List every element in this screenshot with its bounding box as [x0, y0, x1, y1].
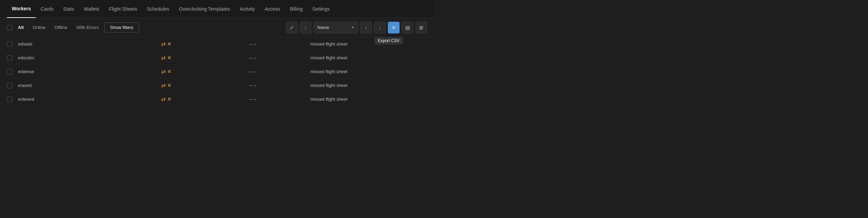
grid-view-button[interactable] — [415, 22, 427, 33]
worker-name: erased — [15, 79, 158, 92]
table-row[interactable]: edsxdsx ⇄ ✕ -- -- missed flight sheet — [0, 51, 434, 65]
sort-icon — [304, 25, 307, 30]
row-checkbox-cell — [0, 51, 15, 65]
nav-item-workers[interactable]: Workers — [7, 0, 36, 18]
gpu-icon: ⇄ — [161, 54, 166, 61]
gpu-icon: ⇄ — [161, 96, 166, 102]
gpu-icon: ⇄ — [161, 41, 166, 47]
worker-status: missed flight sheet — [308, 37, 434, 51]
toolbar-right: Name ▼ Export CSV — [286, 22, 427, 33]
table-row[interactable]: erdewrd ⇄ ✕ -- -- missed flight sheet — [0, 92, 434, 106]
row-checkbox[interactable] — [7, 97, 12, 102]
worker-icons-cell: ⇄ ✕ — [158, 51, 246, 65]
upload-button[interactable] — [360, 22, 372, 33]
worker-name: edseds — [15, 37, 158, 51]
worker-stats: -- -- — [246, 51, 308, 65]
tools-icon: ✕ — [167, 54, 172, 61]
tools-icon: ✕ — [167, 96, 172, 102]
worker-name: edsxdsx — [15, 51, 158, 65]
worker-icons-cell: ⇄ ✕ — [158, 65, 246, 79]
tools-icon: ✕ — [167, 68, 172, 75]
gpu-icon: ⇄ — [161, 82, 166, 89]
nav-item-access[interactable]: Access — [260, 0, 285, 18]
worker-stats: -- -- — [246, 92, 308, 106]
nav-item-billing[interactable]: Billing — [285, 0, 307, 18]
main-nav: Workers Cards Stats Wallets Flight Sheet… — [0, 0, 434, 18]
worker-name: erdewrd — [15, 92, 158, 106]
filter-tab-online[interactable]: Online — [29, 23, 49, 31]
toolbar-left: All Online Offline With Errors Show filt… — [7, 22, 283, 32]
worker-status: missed flight sheet — [308, 51, 434, 65]
nav-item-stats[interactable]: Stats — [58, 0, 79, 18]
tools-icon: ✕ — [167, 82, 172, 89]
sort-order-button[interactable] — [300, 22, 311, 33]
worker-status: missed flight sheet — [308, 79, 434, 92]
table-row[interactable]: edwesw ⇄ ✕ -- -- missed flight sheet — [0, 65, 434, 79]
nav-item-flight-sheets[interactable]: Flight Sheets — [104, 0, 142, 18]
nav-item-cards[interactable]: Cards — [36, 0, 58, 18]
list-icon — [405, 25, 410, 30]
table-row[interactable]: erased ⇄ ✕ -- -- missed flight sheet — [0, 79, 434, 92]
filter-tab-offline[interactable]: Offline — [51, 23, 71, 31]
nav-item-wallets[interactable]: Wallets — [79, 0, 104, 18]
list-detail-view-button[interactable] — [388, 22, 400, 33]
worker-icons-cell: ⇄ ✕ — [158, 37, 246, 51]
list-detail-icon — [392, 24, 395, 31]
filter-tab-with-errors[interactable]: With Errors — [73, 23, 102, 31]
row-checkbox-cell — [0, 79, 15, 92]
row-checkbox-cell — [0, 37, 15, 51]
worker-icons-cell: ⇄ ✕ — [158, 79, 246, 92]
upload-icon — [365, 25, 368, 30]
download-icon — [379, 25, 381, 30]
nav-item-activity[interactable]: Activity — [235, 0, 260, 18]
worker-icons-cell: ⇄ ✕ — [158, 92, 246, 106]
tools-icon: ✕ — [167, 41, 172, 47]
worker-stats: -- -- — [246, 79, 308, 92]
table-row[interactable]: edseds ⇄ ✕ -- -- missed flight sheet — [0, 37, 434, 51]
worker-status: missed flight sheet — [308, 65, 434, 79]
export-csv-tooltip: Export CSV — [374, 37, 403, 44]
show-filters-button[interactable]: Show filters — [104, 22, 139, 32]
grid-icon — [419, 25, 423, 30]
row-checkbox[interactable] — [7, 69, 12, 75]
download-button[interactable] — [374, 22, 386, 33]
row-checkbox[interactable] — [7, 83, 12, 88]
sort-label: Name — [317, 25, 349, 30]
gpu-icon: ⇄ — [161, 68, 166, 75]
expand-button[interactable] — [286, 22, 298, 33]
nav-item-schedules[interactable]: Schedules — [142, 0, 174, 18]
worker-name: edwesw — [15, 65, 158, 79]
nav-item-settings[interactable]: Settings — [308, 0, 335, 18]
expand-icon — [290, 25, 294, 30]
worker-stats: -- -- — [246, 65, 308, 79]
select-all-checkbox[interactable] — [7, 25, 12, 30]
worker-status: missed flight sheet — [308, 92, 434, 106]
worker-stats: -- -- — [246, 37, 308, 51]
list-view-button[interactable] — [402, 22, 413, 33]
row-checkbox-cell — [0, 65, 15, 79]
filter-tab-all[interactable]: All — [14, 23, 27, 31]
sort-dropdown[interactable]: Name ▼ — [313, 22, 358, 33]
row-checkbox[interactable] — [7, 41, 12, 47]
row-checkbox-cell — [0, 92, 15, 106]
toolbar: All Online Offline With Errors Show filt… — [0, 18, 434, 37]
chevron-down-icon: ▼ — [351, 26, 354, 29]
workers-table: edseds ⇄ ✕ -- -- missed flight sheet eds… — [0, 37, 434, 106]
nav-item-overclocking[interactable]: Overclocking Templates — [174, 0, 235, 18]
row-checkbox[interactable] — [7, 55, 12, 61]
